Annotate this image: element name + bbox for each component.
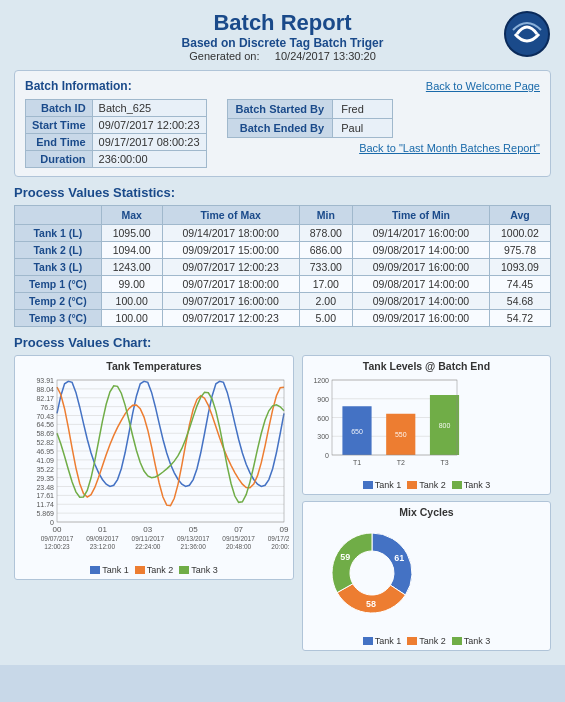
svg-text:20:48:00: 20:48:00: [226, 543, 252, 550]
svg-text:35.22: 35.22: [36, 466, 54, 473]
donut-tank2-color: [407, 637, 417, 645]
batch-id-row: Batch ID Batch_625: [26, 100, 207, 117]
svg-text:17.61: 17.61: [36, 492, 54, 499]
col-time-max: Time of Max: [162, 206, 299, 225]
svg-text:550: 550: [395, 431, 407, 438]
start-time-label: Start Time: [26, 117, 93, 134]
ended-by-row: Batch Ended By Paul: [227, 119, 393, 138]
svg-text:5.869: 5.869: [36, 510, 54, 517]
row-min: 686.00: [299, 242, 352, 259]
svg-text:46.95: 46.95: [36, 448, 54, 455]
svg-text:59: 59: [340, 552, 350, 562]
tank2-legend-label: Tank 2: [147, 565, 174, 575]
duration-value: 236:00:00: [92, 151, 206, 168]
svg-text:800: 800: [439, 422, 451, 429]
line-chart-box: Tank Temperatures 93.9188.0482.1776.370.…: [14, 355, 294, 580]
donut-tank1-label: Tank 1: [375, 636, 402, 646]
generated-value: 10/24/2017 13:30:20: [275, 50, 376, 62]
svg-text:09/17/2017: 09/17/2017: [268, 535, 289, 542]
svg-text:03: 03: [143, 525, 152, 534]
row-min: 2.00: [299, 293, 352, 310]
row-time-min: 09/08/2017 14:00:00: [353, 293, 490, 310]
donut-tank3-color: [452, 637, 462, 645]
row-avg: 975.78: [489, 242, 550, 259]
bar-chart-legend: Tank 1 Tank 2 Tank 3: [307, 480, 546, 490]
end-time-label: End Time: [26, 134, 93, 151]
col-avg: Avg: [489, 206, 550, 225]
batch-info-header: Batch Information: Back to Welcome Page: [25, 79, 540, 93]
stats-header-row: Max Time of Max Min Time of Min Avg: [15, 206, 551, 225]
back-report-link[interactable]: Back to "Last Month Batches Report": [217, 142, 540, 154]
tank2-legend-color: [135, 566, 145, 574]
stats-table: Max Time of Max Min Time of Min Avg Tank…: [14, 205, 551, 327]
row-avg: 54.68: [489, 293, 550, 310]
duration-label: Duration: [26, 151, 93, 168]
started-by-row: Batch Started By Fred: [227, 100, 393, 119]
back-to-welcome-link[interactable]: Back to Welcome Page: [426, 80, 540, 92]
batch-right-fields: Batch Started By Fred Batch Ended By Pau…: [217, 99, 540, 168]
svg-text:23.48: 23.48: [36, 484, 54, 491]
svg-text:T1: T1: [353, 459, 361, 466]
svg-text:20:00:00: 20:00:00: [271, 543, 289, 550]
donut-chart-title: Mix Cycles: [307, 506, 546, 518]
bar-legend-tank3: Tank 3: [452, 480, 491, 490]
row-max: 100.00: [101, 293, 162, 310]
bar-tank3-label: Tank 3: [464, 480, 491, 490]
svg-text:07: 07: [234, 525, 243, 534]
header: Batch Report Based on Discrete Tag Batch…: [14, 10, 551, 62]
svg-text:12:00:23: 12:00:23: [44, 543, 70, 550]
svg-text:300: 300: [317, 433, 329, 440]
row-time-max: 09/07/2017 16:00:00: [162, 293, 299, 310]
donut-legend-tank2: Tank 2: [407, 636, 446, 646]
svg-text:21:36:00: 21:36:00: [181, 543, 207, 550]
svg-text:900: 900: [317, 396, 329, 403]
svg-text:1200: 1200: [313, 377, 329, 384]
donut-chart-box: Mix Cycles 615859 Tank 1 Tank 2: [302, 501, 551, 651]
row-label: Temp 1 (°C): [15, 276, 102, 293]
svg-text:T3: T3: [440, 459, 448, 466]
tank3-legend-label: Tank 3: [191, 565, 218, 575]
batch-right-table: Batch Started By Fred Batch Ended By Pau…: [227, 99, 394, 138]
row-min: 5.00: [299, 310, 352, 327]
svg-text:29.35: 29.35: [36, 475, 54, 482]
line-chart-legend: Tank 1 Tank 2 Tank 3: [19, 565, 289, 575]
svg-text:09: 09: [280, 525, 289, 534]
end-time-value: 09/17/2017 08:00:23: [92, 134, 206, 151]
generated-label: Generated on:: [189, 50, 259, 62]
batch-info-content: Batch ID Batch_625 Start Time 09/07/2017…: [25, 99, 540, 168]
stats-title: Process Values Statistics:: [14, 185, 551, 200]
row-label: Tank 2 (L): [15, 242, 102, 259]
svg-text:88.04: 88.04: [36, 386, 54, 393]
row-avg: 54.72: [489, 310, 550, 327]
bar-chart-title: Tank Levels @ Batch End: [307, 360, 546, 372]
svg-text:22:24:00: 22:24:00: [135, 543, 161, 550]
legend-tank2: Tank 2: [135, 565, 174, 575]
svg-text:58.69: 58.69: [36, 430, 54, 437]
bar-chart-box: Tank Levels @ Batch End 12009006003000T1…: [302, 355, 551, 495]
charts-section: Process Values Chart: Tank Temperatures …: [14, 335, 551, 651]
row-time-max: 09/09/2017 15:00:00: [162, 242, 299, 259]
ended-by-label: Batch Ended By: [227, 119, 333, 138]
legend-tank3: Tank 3: [179, 565, 218, 575]
svg-text:05: 05: [189, 525, 198, 534]
svg-text:76.3: 76.3: [40, 404, 54, 411]
bar-legend-tank1: Tank 1: [363, 480, 402, 490]
legend-tank1: Tank 1: [90, 565, 129, 575]
svg-text:600: 600: [317, 415, 329, 422]
row-time-max: 09/07/2017 12:00:23: [162, 310, 299, 327]
row-label: Temp 2 (°C): [15, 293, 102, 310]
row-time-min: 09/14/2017 16:00:00: [353, 225, 490, 242]
svg-text:58: 58: [366, 599, 376, 609]
svg-text:09/15/2017: 09/15/2017: [222, 535, 255, 542]
bar-tank2-color: [407, 481, 417, 489]
donut-chart-legend: Tank 1 Tank 2 Tank 3: [307, 636, 546, 646]
svg-text:09/11/2017: 09/11/2017: [132, 535, 165, 542]
bar-legend-tank2: Tank 2: [407, 480, 446, 490]
end-time-row: End Time 09/17/2017 08:00:23: [26, 134, 207, 151]
row-max: 1095.00: [101, 225, 162, 242]
row-time-min: 09/08/2017 14:00:00: [353, 242, 490, 259]
stats-row: Temp 3 (°C) 100.00 09/07/2017 12:00:23 5…: [15, 310, 551, 327]
started-by-label: Batch Started By: [227, 100, 333, 119]
donut-legend-tank1: Tank 1: [363, 636, 402, 646]
row-min: 17.00: [299, 276, 352, 293]
